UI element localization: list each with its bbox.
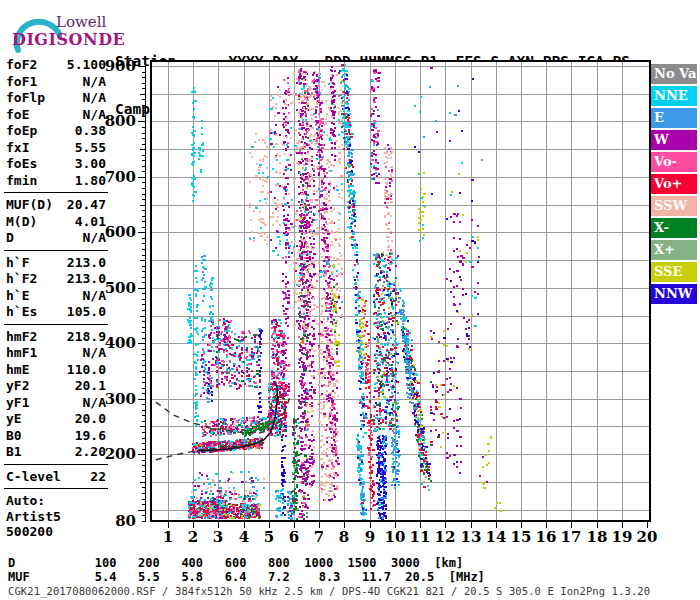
param-row: fxI5.55	[6, 140, 106, 157]
height-tick	[142, 382, 145, 383]
height-tick	[142, 415, 145, 416]
height-tick	[142, 327, 145, 328]
height-tick	[142, 476, 145, 477]
frequency-tick-label: 19	[609, 528, 635, 546]
param-label: h`E	[6, 288, 29, 305]
height-tick	[142, 99, 145, 100]
param-label: B1	[6, 444, 22, 461]
frequency-tick-label: 18	[584, 528, 610, 546]
param-value: 5.55	[75, 140, 106, 157]
param-label: h`Es	[6, 304, 37, 321]
height-tick	[142, 360, 145, 361]
param-label: fmin	[6, 173, 37, 190]
param-value: 22	[90, 469, 106, 486]
param-value: 213.0	[67, 255, 106, 272]
height-tick	[142, 515, 145, 516]
param-row: yF220.1	[6, 378, 106, 395]
height-tick	[140, 371, 145, 372]
param-label: hmF1	[6, 345, 37, 362]
height-tick-label: 900	[94, 57, 136, 75]
height-tick	[142, 105, 145, 106]
height-tick	[140, 260, 145, 261]
height-tick	[138, 288, 145, 289]
height-tick	[142, 282, 145, 283]
param-row: h`F213.0	[6, 255, 106, 272]
height-tick	[142, 116, 145, 117]
height-tick-label: 700	[94, 168, 136, 186]
param-row: yF1N/A	[6, 395, 106, 412]
height-tick	[140, 426, 145, 427]
height-tick	[142, 166, 145, 167]
digisonde-logo: Lowell DIGISONDE	[4, 4, 114, 54]
height-tick	[142, 521, 145, 522]
height-tick	[142, 227, 145, 228]
ionogram-plot	[152, 62, 649, 520]
param-label: foF1	[6, 74, 37, 91]
param-label: yE	[6, 411, 22, 428]
param-row: hmE110.0	[6, 362, 106, 379]
height-tick	[138, 177, 145, 178]
param-value: 105.0	[67, 304, 106, 321]
height-tick	[142, 133, 145, 134]
height-tick	[142, 182, 145, 183]
height-tick	[142, 243, 145, 244]
height-tick	[142, 332, 145, 333]
param-row: foEs3.00	[6, 156, 106, 173]
height-tick	[142, 487, 145, 488]
height-tick	[140, 149, 145, 150]
param-label: foF2	[6, 57, 37, 74]
height-tick	[138, 232, 145, 233]
frequency-tick-label: 11	[407, 528, 433, 546]
param-row: h`Es105.0	[6, 304, 106, 321]
height-tick	[142, 160, 145, 161]
legend-item-x-: X-	[651, 218, 697, 238]
status-line: CGK21_2017080062000.RSF / 384fx512h 50 k…	[8, 585, 650, 598]
height-tick	[142, 216, 145, 217]
height-tick	[142, 238, 145, 239]
param-row: B019.6	[6, 428, 106, 445]
height-tick	[142, 144, 145, 145]
height-tick	[142, 188, 145, 189]
param-label: hmF2	[6, 329, 37, 346]
height-tick	[140, 316, 145, 317]
frequency-tick-label: 16	[533, 528, 559, 546]
param-value: N/A	[83, 74, 106, 91]
height-tick	[142, 377, 145, 378]
legend-item-x-: X+	[651, 240, 697, 260]
legend-item-w: W	[651, 130, 697, 150]
param-label: yF1	[6, 395, 29, 412]
legend-item-vo-: Vo-	[651, 152, 697, 172]
param-row: foFlpN/A	[6, 90, 106, 107]
height-tick	[142, 443, 145, 444]
legend-item-nne: NNE	[651, 86, 697, 106]
height-tick	[142, 310, 145, 311]
frequency-tick-label: 9	[357, 528, 383, 546]
height-tick	[138, 121, 145, 122]
param-row: B12.20	[6, 444, 106, 461]
height-tick	[142, 221, 145, 222]
height-tick	[142, 249, 145, 250]
param-row: foF25.100	[6, 57, 106, 74]
param-value: 19.6	[75, 428, 106, 445]
param-label: hmE	[6, 362, 29, 379]
height-tick	[138, 343, 145, 344]
param-row: C-level22	[6, 469, 106, 486]
frequency-tick-label: 14	[483, 528, 509, 546]
height-tick-label: 600	[94, 223, 136, 241]
param-label: h`F2	[6, 271, 37, 288]
param-value: 20.0	[75, 411, 106, 428]
logo-lowell-text: Lowell	[56, 13, 106, 31]
param-label: foE	[6, 107, 29, 124]
height-tick	[142, 365, 145, 366]
frequency-tick-label: 1	[155, 528, 181, 546]
height-tick	[142, 504, 145, 505]
parameter-panel: foF25.100foF1N/AfoFlpN/AfoEN/AfoEp0.38fx…	[6, 57, 106, 540]
height-tick-label: 300	[94, 390, 136, 408]
height-tick	[138, 66, 145, 67]
param-separator	[4, 464, 108, 465]
param-separator	[4, 192, 108, 193]
autoscaling-info-line: Auto:	[6, 493, 106, 509]
height-tick	[142, 499, 145, 500]
param-label: foEs	[6, 156, 37, 173]
frequency-tick-label: 7	[306, 528, 332, 546]
